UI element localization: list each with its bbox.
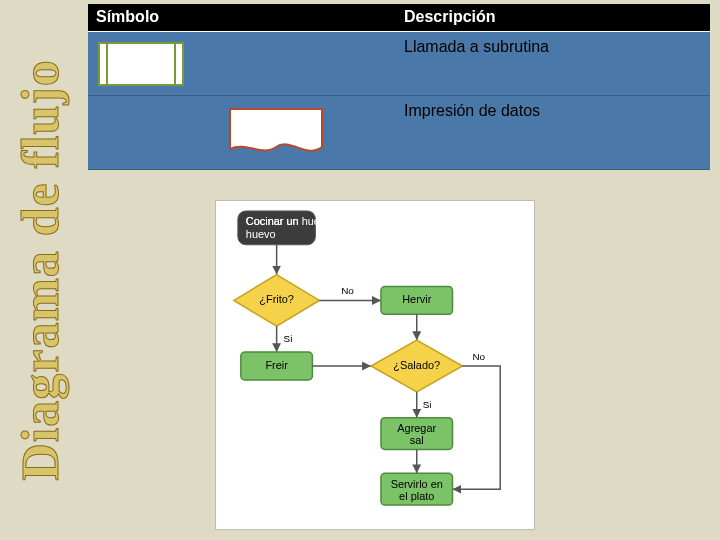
table-row: Llamada a subrutina <box>88 32 710 96</box>
flow-proc-agregar-text-l2: sal <box>410 434 424 446</box>
flow-start-text-l2: huevo <box>246 228 276 240</box>
flow-label-no: No <box>341 285 354 296</box>
flow-decision-frito-text: ¿Frito? <box>259 293 294 305</box>
flow-label-si-2: Si <box>423 399 432 410</box>
desc-cell: Impresión de datos <box>396 96 710 170</box>
subroutine-icon <box>98 42 184 86</box>
desc-cell: Llamada a subrutina <box>396 32 710 96</box>
document-icon <box>228 107 324 159</box>
table-header-row: Símbolo Descripción <box>88 4 710 32</box>
flow-proc-freir-text: Freir <box>265 359 288 371</box>
flowchart-diagram: Cocinar un huevo Cocinar un huevo ¿Frito… <box>215 200 535 530</box>
flow-proc-agregar-text-l1: Agregar <box>397 422 436 434</box>
content-area: Símbolo Descripción Llamada a subrutina … <box>88 4 710 170</box>
symbol-cell-print <box>88 96 396 170</box>
flow-decision-salado-text: ¿Salado? <box>393 359 440 371</box>
flow-start-text-l1: Cocinar un <box>246 215 299 227</box>
header-description: Descripción <box>396 4 710 32</box>
flow-label-no-2: No <box>472 351 485 362</box>
symbol-cell-subroutine <box>88 32 396 96</box>
flow-proc-servir-text-l2: el plato <box>399 490 434 502</box>
table-row: Impresión de datos <box>88 96 710 170</box>
header-symbol: Símbolo <box>88 4 396 32</box>
flow-proc-hervir-text: Hervir <box>402 293 431 305</box>
flow-proc-servir-text-l1: Servirlo en <box>391 478 443 490</box>
flow-label-si: Si <box>284 333 293 344</box>
sidebar-title: Diagrama de flujo <box>11 59 70 480</box>
